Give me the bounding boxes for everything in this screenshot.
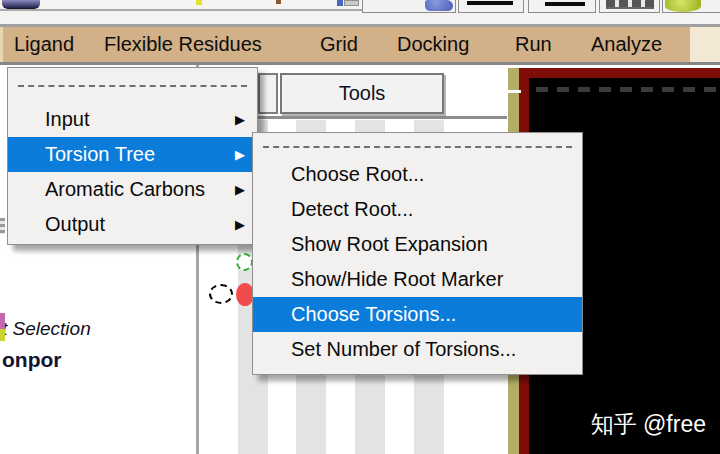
toolbar-button[interactable] — [662, 0, 720, 13]
menu-item-label: Input — [45, 108, 89, 130]
atom-icon-fragment — [0, 329, 5, 341]
line-tool-icon — [467, 1, 513, 5]
tree-icon-fragment — [0, 218, 5, 234]
ligand-dropdown-menu: Input ▶ Torsion Tree ▶ Aromatic Carbons … — [7, 67, 258, 245]
menu-item-choose-torsions[interactable]: Choose Torsions... — [253, 297, 582, 332]
menu-item-label: Set Number of Torsions... — [291, 338, 516, 360]
toolbar-divider — [0, 9, 364, 11]
adt-window: Ligand Flexible Residues Grid Docking Ru… — [0, 0, 720, 454]
menu-item-show-hide-root-marker[interactable]: Show/Hide Root Marker — [253, 262, 582, 297]
line-tool-icon — [545, 2, 585, 6]
toolbar-button[interactable] — [599, 0, 660, 13]
menubar: Ligand Flexible Residues Grid Docking Ru… — [0, 27, 720, 62]
menu-item-choose-root[interactable]: Choose Root... — [253, 157, 582, 192]
hidden-toolbar-button[interactable] — [258, 73, 278, 114]
pencil-icon[interactable] — [276, 0, 281, 4]
menu-item-label: Choose Torsions... — [291, 303, 456, 325]
toolbar-button[interactable] — [458, 0, 524, 13]
menu-item-label: Detect Root... — [291, 198, 413, 220]
menu-item-show-root-expansion[interactable]: Show Root Expansion — [253, 227, 582, 262]
viewer-tick-mark — [503, 90, 521, 93]
torsion-tree-submenu: Choose Root... Detect Root... Show Root … — [252, 132, 583, 375]
toolbar-button[interactable] — [528, 0, 596, 13]
top-toolbar-strip — [0, 0, 720, 24]
menu-item-label: Choose Root... — [291, 163, 424, 185]
menu-run[interactable]: Run — [515, 27, 552, 62]
tools-button[interactable]: Tools — [280, 73, 444, 114]
atom-icon-fragment — [0, 313, 5, 330]
menu-item-label: Show Root Expansion — [291, 233, 488, 255]
submenu-arrow-icon: ▶ — [235, 207, 245, 242]
clipboard-icon[interactable] — [337, 0, 343, 6]
marker-icon[interactable] — [196, 0, 202, 5]
menu-item-label: Aromatic Carbons — [45, 178, 205, 200]
submenu-arrow-icon: ▶ — [235, 137, 245, 172]
menu-item-input[interactable]: Input ▶ — [8, 102, 257, 137]
watermark: 知乎 @free — [591, 409, 706, 440]
menu-item-label: Torsion Tree — [45, 143, 155, 165]
atom-selector-circle[interactable] — [209, 284, 233, 304]
tearoff-handle[interactable] — [263, 146, 572, 148]
menu-item-label: Show/Hide Root Marker — [291, 268, 503, 290]
menu-item-label: Output — [45, 213, 105, 235]
menu-item-aromatic-carbons[interactable]: Aromatic Carbons ▶ — [8, 172, 257, 207]
clipboard-button[interactable] — [344, 0, 359, 6]
blue-sphere-icon — [425, 0, 453, 11]
viewer-top-marks — [536, 87, 716, 92]
menu-grid[interactable]: Grid — [320, 27, 358, 62]
menu-item-set-number-of-torsions[interactable]: Set Number of Torsions... — [253, 332, 582, 367]
menu-item-output[interactable]: Output ▶ — [8, 207, 257, 242]
show-selector-circle[interactable] — [236, 253, 253, 271]
menu-analyze[interactable]: Analyze — [591, 27, 662, 62]
menu-docking[interactable]: Docking — [397, 27, 469, 62]
molecule-name[interactable]: onpor — [2, 348, 61, 372]
selection-label: t Selection — [2, 318, 91, 340]
grid-tool-icon — [606, 0, 654, 9]
submenu-arrow-icon: ▶ — [235, 172, 245, 207]
submenu-arrow-icon: ▶ — [235, 102, 245, 137]
menu-item-torsion-tree[interactable]: Torsion Tree ▶ — [8, 137, 257, 172]
tearoff-handle[interactable] — [18, 85, 247, 87]
menubar-end-cap — [690, 27, 720, 62]
menu-ligand[interactable]: Ligand — [14, 27, 74, 62]
green-sphere-icon — [665, 0, 701, 12]
toolbar-button[interactable] — [362, 0, 456, 13]
menu-item-detect-root[interactable]: Detect Root... — [253, 192, 582, 227]
menu-flexible-residues[interactable]: Flexible Residues — [104, 27, 262, 62]
document-icon[interactable] — [2, 0, 40, 9]
